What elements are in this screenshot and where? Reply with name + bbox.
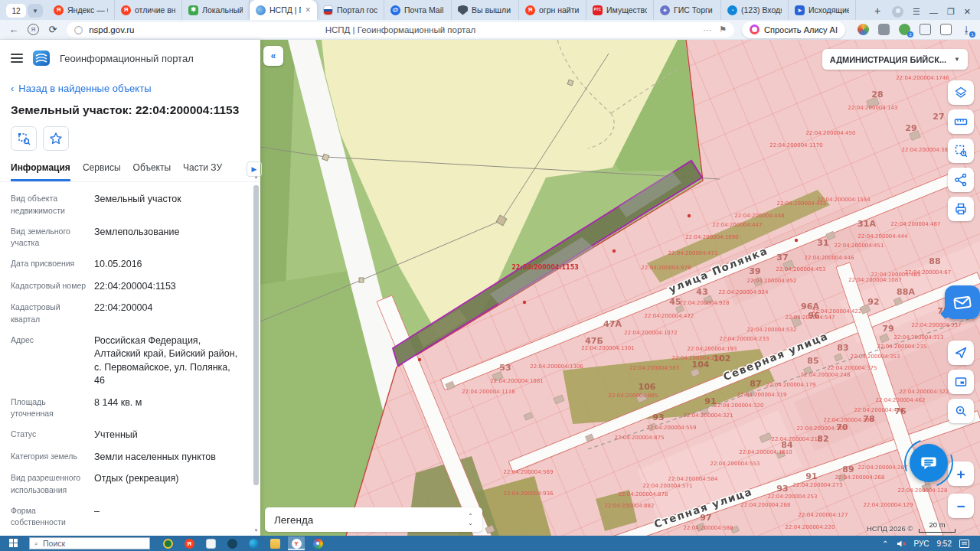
panel-tab-2[interactable]: Сервисы [83, 162, 121, 181]
field-label: Кадастровый квартал [11, 302, 87, 326]
share-button[interactable] [948, 168, 974, 192]
print-button[interactable] [948, 197, 974, 221]
adblock-extension-icon[interactable]: 2 [899, 24, 910, 35]
cadastral-label: 22:04:200004:321 [684, 412, 733, 419]
taskbar-search[interactable]: ⌕ Поиск [29, 537, 150, 549]
tray-chevron-icon[interactable]: ⌃ [882, 540, 888, 548]
zoom-out-button[interactable]: − [948, 494, 974, 518]
field-label: Форма собственности [11, 505, 87, 529]
language-indicator[interactable]: РУС [914, 540, 929, 548]
select-objects-button[interactable] [948, 139, 974, 163]
browser-menu-icon[interactable]: ☰ [913, 7, 920, 17]
cadastral-label: 22:04:200004:220 [786, 524, 835, 530]
extension-mask-icon[interactable] [878, 24, 890, 35]
shield-favicon [458, 5, 468, 15]
cadastral-label: 22:04:200004:875 [615, 435, 665, 441]
refresh-icon[interactable]: ⟳ [47, 24, 59, 35]
tab-list-chevron-icon[interactable]: ▼ [28, 4, 43, 18]
restore-icon[interactable]: ❐ [947, 7, 955, 17]
tab-label: Яндекс — бы [67, 5, 108, 15]
minimize-icon[interactable]: — [929, 8, 938, 17]
measure-button[interactable] [948, 109, 974, 134]
legend-expand-icon[interactable]: ⌃⌄ [468, 514, 473, 525]
ask-alice-button[interactable]: Спросить Алису AI [742, 21, 845, 38]
address-bar[interactable]: ◯ nspd.gov.ru НСПД | Геоинформационный п… [67, 22, 734, 37]
profile-avatar[interactable] [892, 6, 903, 18]
taskbar-app-doc[interactable] [202, 536, 219, 550]
action-center-icon[interactable] [959, 540, 969, 548]
windows-taskbar: ⌕ Поиск ЯY ⌃ РУС 9:52 [0, 536, 980, 551]
extension-puzzle-icon[interactable] [920, 24, 931, 35]
bookmark-flag-icon[interactable]: ⚑ [719, 24, 727, 34]
extension-icon[interactable] [858, 24, 869, 35]
field-value: 22:04:200004:1153 [87, 280, 240, 294]
taskbar-app-chrome[interactable] [309, 536, 326, 550]
browser-tab[interactable]: ➤Исходящие з [789, 0, 856, 20]
back-to-results-link[interactable]: ‹ Назад в найденные объекты [0, 72, 260, 94]
browser-tab[interactable]: ✱Локальный д [182, 0, 250, 20]
browser-tab[interactable]: РТСИмущество [586, 0, 654, 20]
taskbar-app-onec[interactable] [159, 536, 176, 550]
chat-assistant-button[interactable] [910, 444, 948, 482]
browser-toolbar: ← Я ⟳ ◯ nspd.gov.ru НСПД | Геоинформацио… [0, 20, 980, 40]
tab-label: Почта Mail [404, 5, 445, 15]
taskbar-app-ybro[interactable]: Y [288, 536, 305, 550]
map-canvas[interactable]: 22:04:200004:115322:04:200004:174622:04:… [260, 40, 980, 536]
tab-close-icon[interactable]: ✕ [305, 6, 311, 14]
scale-bar: 20 m [919, 520, 956, 533]
post-office-marker[interactable] [945, 285, 980, 319]
volume-muted-icon[interactable] [897, 540, 906, 548]
cadastral-label: 22:04:200004:1081 [490, 378, 543, 384]
panel-scrollbar[interactable]: ▲ ▼ [253, 174, 259, 533]
taskbar-app-folder[interactable] [266, 536, 283, 550]
yandex-favicon: Я [54, 5, 64, 15]
browser-tab[interactable]: НСПД | Гео✕ [250, 0, 317, 20]
browser-tab[interactable]: @Почта Mail [384, 0, 452, 20]
close-icon[interactable]: ✕ [964, 7, 971, 17]
download-icon[interactable]: ⭳1 [961, 24, 972, 35]
browser-tab[interactable]: Яотличие вну [115, 0, 182, 20]
taskbar-app-dark[interactable] [224, 536, 240, 550]
region-selector[interactable]: АДМИНИСТРАЦИЯ БИЙСК... ▼ [822, 49, 968, 70]
browser-tab[interactable]: ◔(123) Входящ [721, 0, 789, 20]
new-tab-button[interactable]: + [869, 3, 886, 18]
hamburger-menu-icon[interactable] [11, 54, 23, 63]
cadastral-label: 22:04:200004:288 [741, 502, 791, 508]
cadastral-label: 22:04:200004:1306 [530, 364, 583, 370]
minimap-button[interactable] [948, 370, 974, 394]
scroll-down-icon[interactable]: ▼ [253, 528, 259, 533]
back-icon[interactable]: ← [8, 24, 20, 35]
url-text[interactable]: nspd.gov.ru [89, 25, 134, 34]
scroll-up-icon[interactable]: ▲ [253, 174, 259, 179]
house-number: 39 [749, 266, 760, 276]
geolocate-button[interactable] [948, 341, 974, 365]
layers-button[interactable] [948, 80, 974, 105]
browser-tab[interactable]: Яогрн найти п [519, 0, 586, 20]
more-icon[interactable]: ··· [703, 25, 711, 34]
collapse-panel-button[interactable]: « [263, 46, 283, 66]
panel-tab-4[interactable]: Части ЗУ [183, 162, 222, 181]
start-button-icon[interactable] [9, 539, 18, 548]
browser-tab[interactable]: Вы вышли из [452, 0, 519, 20]
taskbar-app-ya[interactable]: Я [181, 536, 198, 550]
panel-tab-3[interactable]: Объекты [133, 162, 172, 181]
zoom-to-object-button[interactable] [11, 126, 37, 151]
house-number: 76 [894, 406, 906, 416]
search-area-button[interactable] [948, 399, 974, 423]
tab-counter[interactable]: 12 ▼ [6, 4, 43, 18]
taskbar-app-edge[interactable] [245, 536, 262, 550]
scrollbar-thumb[interactable] [253, 185, 259, 485]
extension-doc-icon[interactable] [940, 24, 952, 35]
clock[interactable]: 9:52 [937, 540, 952, 548]
yandex-favicon: Я [525, 5, 535, 15]
panel-tab-1[interactable]: Информация [11, 162, 70, 181]
browser-tab[interactable]: ✦ГИС Торги – [654, 0, 721, 20]
browser-tab[interactable]: Портал госуд [317, 0, 384, 20]
favorite-star-button[interactable] [43, 126, 69, 151]
field-value: Учтенный [87, 429, 240, 442]
rts-favicon: РТС [593, 5, 603, 15]
browser-tab[interactable]: ЯЯндекс — бы [47, 0, 115, 20]
legend-bar[interactable]: Легенда ⌃⌄ [265, 507, 482, 532]
yandex-protect-icon[interactable]: Я [28, 24, 39, 35]
tab-counter-value[interactable]: 12 [6, 4, 26, 18]
